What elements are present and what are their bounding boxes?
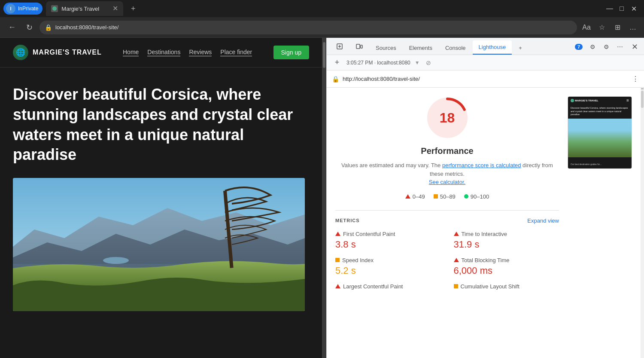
tab-console[interactable]: Console [439,41,472,55]
site-hero: Discover beautiful Corsica, where stunni… [0,67,322,320]
score-calc-link[interactable]: performance score is calculated [442,162,521,168]
lh-url-text: http://localhost:8080/travel-site/ [343,76,629,82]
main-area: 🌐 MARGIE'S TRAVEL Home Destinations Revi… [0,38,644,358]
preview-landscape [568,119,632,157]
tti-value: 31.9 s [454,239,559,250]
page-scrollbar[interactable] [322,38,326,358]
lighthouse-toolbar: + 3:05:27 PM · localhost:8080 ▼ ⊘ [327,55,644,70]
inprivate-avatar: I [6,4,15,13]
legend-fail: 0–49 [405,193,425,200]
calculator-link[interactable]: See calculator. [429,179,465,185]
nav-reviews[interactable]: Reviews [189,49,212,56]
lcp-icon [335,284,340,288]
fcp-icon [335,232,340,236]
reader-mode-icon[interactable]: Aa [580,21,592,34]
cls-label: Cumulative Layout Shift [461,283,519,290]
tab-title: Margie's Travel [61,6,99,12]
connections-button[interactable]: ⚙ [601,42,611,52]
cls-icon [454,284,458,288]
scroll-up-indicator [641,88,644,89]
si-value: 5.2 s [335,265,441,276]
metric-cls: Cumulative Layout Shift [454,283,559,291]
performance-description: Values are estimated and may vary. The p… [335,161,559,187]
metric-lcp-header: Largest Contentful Paint [335,283,441,290]
hero-text: Discover beautiful Corsica, where stunni… [13,85,305,165]
lh-url-more-button[interactable]: ⋮ [632,75,639,83]
lighthouse-content: 18 Performance Values are estimated and … [327,88,641,358]
score-circle: 18 [426,96,469,139]
close-button[interactable]: ✕ [630,5,637,12]
more-options-button[interactable]: ⋯ [615,42,625,52]
logo-text: MARGIE'S TRAVEL [33,49,102,56]
minimize-button[interactable]: — [606,5,613,12]
metric-si-header: Speed Index [335,257,441,263]
nav-destinations[interactable]: Destinations [147,49,180,56]
maximize-button[interactable]: □ [618,5,625,12]
site-header: 🌐 MARGIE'S TRAVEL Home Destinations Revi… [0,38,322,67]
metric-tti-header: Time to Interactive [454,231,559,237]
legend-pass-range: 90–100 [471,193,489,200]
performance-label: Performance [335,146,559,156]
tab-add[interactable]: + [513,41,528,55]
legend-pass: 90–100 [464,193,489,200]
metric-tti: Time to Interactive 31.9 s [454,231,559,250]
tab-close-button[interactable]: ✕ [112,5,118,12]
inprivate-badge[interactable]: I InPrivate [3,3,43,15]
svg-point-0 [52,6,57,11]
metrics-title: METRICS [335,218,360,223]
back-button[interactable]: ← [5,21,19,34]
refresh-button[interactable]: ↻ [22,21,36,34]
scrollbar-thumb[interactable] [323,42,325,68]
browser-frame: I InPrivate Margie's Travel ✕ + — □ ✕ ← … [0,0,644,358]
preview-hero-text: Discover beautiful Corsica, where stunni… [571,107,629,116]
favorites-icon[interactable]: ☆ [596,21,608,34]
legend-average-range: 50–89 [440,193,456,200]
tbt-value: 6,000 ms [454,265,559,276]
metric-fcp-header: First Contentful Paint [335,231,441,237]
score-legend: 0–49 50–89 90–100 [335,193,559,200]
preview-hero: Discover beautiful Corsica, where stunni… [568,104,632,119]
active-tab[interactable]: Margie's Travel ✕ [46,1,123,16]
settings-button[interactable]: ⚙ [587,42,598,52]
expand-view-button[interactable]: Expand view [527,217,559,224]
metric-tbt: Total Blocking Time 6,000 ms [454,257,559,276]
hero-image [13,178,305,311]
si-label: Speed Index [342,257,374,263]
address-text: localhost:8080/travel-site/ [55,24,118,31]
title-bar: I InPrivate Margie's Travel ✕ + — □ ✕ [0,0,644,17]
nav-bar: ← ↻ 🔒 localhost:8080/travel-site/ Aa ☆ ⊞… [0,17,644,38]
signup-button[interactable]: Sign up [273,46,309,59]
nav-home[interactable]: Home [123,49,139,56]
legend-fail-icon [405,194,410,199]
preview-frame: MARGIE'S TRAVEL ≡ Discover beautiful Cor… [568,96,632,169]
lh-block-button[interactable]: ⊘ [424,58,433,67]
metric-tbt-header: Total Blocking Time [454,257,559,263]
tab-device-mode[interactable] [350,40,369,55]
more-tools-icon[interactable]: … [627,21,639,34]
site-nav: Home Destinations Reviews Place finder [123,49,252,56]
devtools-scrollbar[interactable] [641,88,644,358]
collections-icon[interactable]: ⊞ [611,21,623,34]
legend-average-icon [434,194,438,199]
legend-fail-range: 0–49 [413,193,425,200]
tab-lighthouse[interactable]: Lighthouse [473,40,512,55]
website-view: 🌐 MARGIE'S TRAVEL Home Destinations Revi… [0,38,322,358]
new-tab-button[interactable]: + [127,2,140,15]
lh-timestamp: 3:05:27 PM · localhost:8080 [346,60,410,66]
preview-site-header: MARGIE'S TRAVEL ≡ [568,97,632,104]
fcp-label: First Contentful Paint [343,231,395,237]
address-bar[interactable]: 🔒 localhost:8080/travel-site/ [39,21,577,34]
preview-menu-icon: ≡ [626,98,629,103]
tab-inspect[interactable] [330,40,349,55]
title-bar-left: I InPrivate Margie's Travel ✕ + [3,1,603,16]
tab-elements[interactable]: Elements [403,41,438,55]
preview-footer-text: Our best destination guides for... [571,163,601,165]
devtools-scroll-thumb[interactable] [641,91,644,108]
nav-place-finder[interactable]: Place finder [220,49,252,56]
lh-add-button[interactable]: + [332,58,342,68]
inprivate-label: InPrivate [18,6,38,12]
devtools-close-button[interactable]: ✕ [629,41,641,53]
tbt-label: Total Blocking Time [462,257,510,263]
lh-lock-icon: 🔒 [332,76,339,83]
tab-sources[interactable]: Sources [370,41,402,55]
